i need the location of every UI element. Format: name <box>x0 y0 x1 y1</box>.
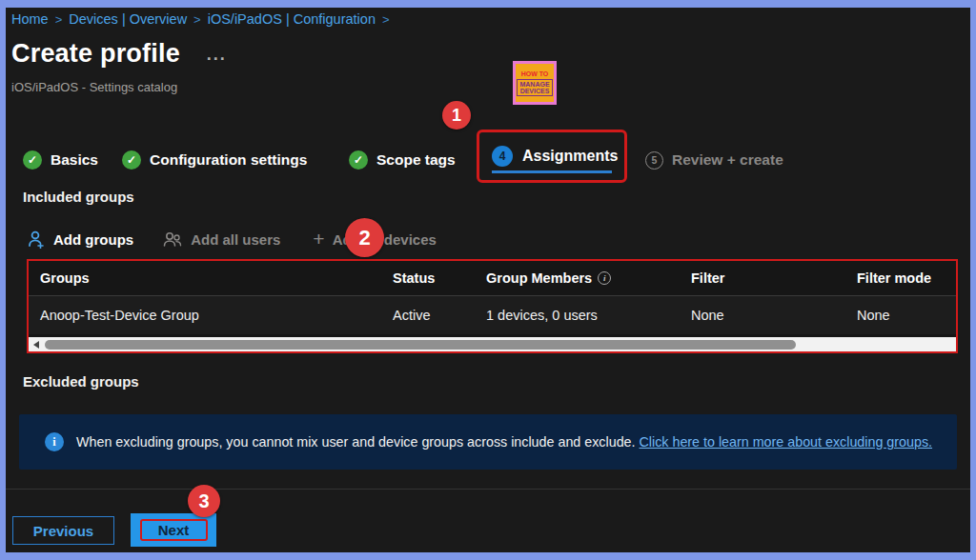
table-row[interactable]: Anoop-Test-Device Group Active 1 devices… <box>29 295 956 334</box>
breadcrumb-separator: > <box>382 12 390 27</box>
breadcrumb-separator: > <box>193 12 201 27</box>
tab-configuration-settings-label: Configuration settings <box>150 151 307 169</box>
column-filter-mode: Filter mode <box>857 270 956 286</box>
banner-learn-more-link[interactable]: Click here to learn more about excluding… <box>640 434 933 450</box>
active-tab-underline <box>492 170 612 173</box>
add-all-users-label: Add all users <box>191 231 280 248</box>
next-button[interactable]: Next <box>131 513 216 547</box>
check-icon: ✓ <box>349 150 368 170</box>
breadcrumb-home[interactable]: Home <box>11 11 49 27</box>
tab-assignments[interactable]: 4 Assignments <box>477 130 627 183</box>
info-icon[interactable]: i <box>598 271 611 285</box>
plus-icon: + <box>313 230 324 249</box>
person-add-icon <box>27 230 46 249</box>
portal-screen: Home>Devices | Overview>iOS/iPadOS | Con… <box>6 8 970 552</box>
cell-status: Active <box>393 308 486 323</box>
tab-review-create[interactable]: 5 Review + create <box>645 141 783 179</box>
tab-basics-label: Basics <box>51 151 98 169</box>
column-group-members: Group Membersi <box>486 270 691 286</box>
add-all-users-button[interactable]: Add all users <box>162 230 280 249</box>
next-button-label: Next <box>158 522 190 538</box>
logo-line3: DEVICES <box>520 88 550 94</box>
logo-line1: HOW TO <box>521 70 549 78</box>
annotation-circle-1: 1 <box>442 101 471 130</box>
tab-scope-tags[interactable]: ✓ Scope tags <box>349 141 456 179</box>
scrollbar-thumb[interactable] <box>45 340 796 350</box>
check-icon: ✓ <box>23 150 42 170</box>
logo-line2: MANAGE <box>519 81 549 88</box>
previous-button[interactable]: Previous <box>12 516 114 545</box>
breadcrumb-ios-configuration[interactable]: iOS/iPadOS | Configuration <box>208 11 376 27</box>
breadcrumb-devices-overview[interactable]: Devices | Overview <box>69 11 187 27</box>
cell-filter: None <box>691 308 857 323</box>
more-options-icon[interactable]: ... <box>207 45 227 65</box>
annotation-circle-2: 2 <box>345 218 384 257</box>
cell-group-members: 1 devices, 0 users <box>486 308 691 323</box>
info-icon: i <box>45 432 64 451</box>
excluded-groups-heading: Excluded groups <box>23 373 139 390</box>
horizontal-scrollbar[interactable] <box>29 337 956 351</box>
banner-message: When excluding groups, you cannot mix us… <box>76 434 636 450</box>
included-groups-heading: Included groups <box>23 189 134 205</box>
tab-basics[interactable]: ✓ Basics <box>23 141 98 179</box>
people-icon <box>162 230 183 249</box>
check-icon: ✓ <box>122 150 141 170</box>
add-groups-button[interactable]: Add groups <box>27 230 133 249</box>
column-filter: Filter <box>691 270 857 286</box>
cell-filter-mode: None <box>857 308 956 323</box>
step-number-badge: 5 <box>645 151 663 170</box>
htmd-logo: HOW TO MANAGEDEVICES <box>513 61 557 105</box>
table-header-row: Groups Status Group Membersi Filter Filt… <box>29 261 956 295</box>
scroll-left-arrow[interactable] <box>29 337 43 351</box>
tab-assignments-label: Assignments <box>522 148 618 165</box>
annotation-circle-3: 3 <box>188 485 220 517</box>
page-subtitle: iOS/iPadOS - Settings catalog <box>11 80 177 94</box>
tab-review-create-label: Review + create <box>672 151 783 169</box>
breadcrumb: Home>Devices | Overview>iOS/iPadOS | Con… <box>11 11 396 27</box>
cell-group-name[interactable]: Anoop-Test-Device Group <box>40 308 393 323</box>
tab-scope-tags-label: Scope tags <box>376 151 456 169</box>
tab-configuration-settings[interactable]: ✓ Configuration settings <box>122 141 307 179</box>
info-banner: i When excluding groups, you cannot mix … <box>19 414 957 470</box>
footer-divider <box>6 489 970 490</box>
breadcrumb-separator: > <box>55 12 63 27</box>
banner-text: When excluding groups, you cannot mix us… <box>76 434 932 450</box>
logo-box: MANAGEDEVICES <box>517 79 552 96</box>
column-status: Status <box>393 270 486 286</box>
add-groups-label: Add groups <box>53 231 133 248</box>
page-title: Create profile <box>11 39 180 69</box>
page-header: Create profile ... <box>11 39 227 69</box>
step-number-badge: 4 <box>492 146 513 167</box>
included-groups-table: Groups Status Group Membersi Filter Filt… <box>27 259 958 353</box>
column-groups: Groups <box>40 270 393 286</box>
column-group-members-label: Group Members <box>486 270 592 286</box>
